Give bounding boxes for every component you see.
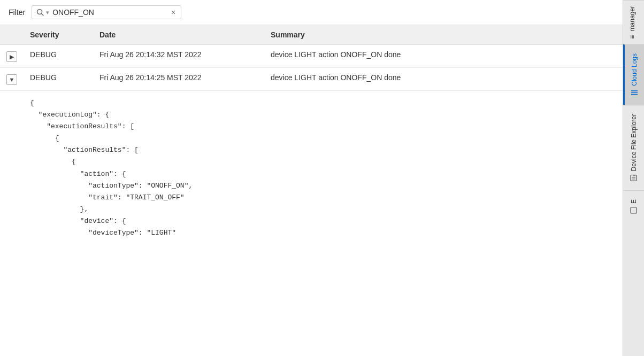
svg-rect-6 [632, 179, 635, 180]
svg-rect-4 [631, 90, 638, 91]
th-expander [0, 25, 24, 45]
detail-row: { "executionLog": { "executionResults": … [0, 91, 623, 248]
row2-expander[interactable]: ▼ [0, 68, 24, 91]
right-sidebar: ≡ manager Cloud Logs Device File Explore… [623, 0, 644, 356]
row1-expander[interactable]: ▶ [0, 45, 24, 68]
device-file-explorer-label: Device File Explorer [630, 114, 638, 171]
svg-rect-7 [632, 177, 635, 178]
svg-rect-9 [631, 207, 637, 213]
filter-bar: Filter ▾ × [0, 0, 623, 25]
table-header: Severity Date Summary [0, 25, 623, 45]
row2-severity: DEBUG [24, 68, 93, 91]
table-row: ▼ DEBUG Fri Aug 26 20:14:25 MST 2022 dev… [0, 68, 623, 91]
collapse-row2-button[interactable]: ▼ [6, 74, 17, 85]
filter-label: Filter [9, 8, 25, 17]
table-body: ▶ DEBUG Fri Aug 26 20:14:32 MST 2022 dev… [0, 45, 623, 248]
row2-date: Fri Aug 26 20:14:25 MST 2022 [93, 68, 264, 91]
th-summary: Summary [264, 25, 623, 45]
main-content: Filter ▾ × Severity Date Summary [0, 0, 623, 356]
th-severity: Severity [24, 25, 93, 45]
filter-dropdown-arrow[interactable]: ▾ [46, 9, 49, 16]
log-table: Severity Date Summary ▶ DEBUG Fri Aug 26… [0, 25, 623, 247]
th-date: Date [93, 25, 264, 45]
filter-input-wrapper: ▾ × [32, 5, 181, 19]
table-row: ▶ DEBUG Fri Aug 26 20:14:32 MST 2022 dev… [0, 45, 623, 68]
log-table-container: Severity Date Summary ▶ DEBUG Fri Aug 26… [0, 25, 623, 356]
svg-line-1 [42, 14, 44, 16]
svg-rect-8 [633, 176, 635, 176]
filter-clear-button[interactable]: × [170, 9, 177, 16]
svg-rect-5 [631, 175, 637, 181]
sidebar-item-cloud-logs[interactable]: Cloud Logs [623, 44, 644, 105]
row1-severity: DEBUG [24, 45, 93, 68]
device-file-explorer-icon [630, 175, 638, 182]
detail-cell: { "executionLog": { "executionResults": … [0, 91, 623, 248]
cloud-logs-label: Cloud Logs [631, 53, 638, 86]
extra-icon [630, 207, 638, 214]
manager-icon: ≡ [628, 35, 636, 39]
row1-summary: device LIGHT action ONOFF_ON done [264, 45, 623, 68]
row1-date: Fri Aug 26 20:14:32 MST 2022 [93, 45, 264, 68]
svg-rect-2 [631, 94, 638, 95]
expand-row1-button[interactable]: ▶ [6, 51, 17, 62]
sidebar-item-device-file-explorer[interactable]: Device File Explorer [623, 105, 644, 190]
search-icon: ▾ [36, 9, 49, 16]
detail-content: { "executionLog": { "executionResults": … [0, 91, 623, 247]
manager-label: manager [628, 6, 636, 31]
svg-rect-3 [631, 92, 638, 93]
row2-summary: device LIGHT action ONOFF_ON done [264, 68, 623, 91]
filter-input[interactable] [52, 8, 167, 17]
cloud-logs-icon [630, 89, 639, 96]
extra-label: E [630, 199, 638, 204]
sidebar-item-manager[interactable]: ≡ manager [623, 0, 644, 44]
sidebar-item-extra[interactable]: E [623, 190, 644, 222]
